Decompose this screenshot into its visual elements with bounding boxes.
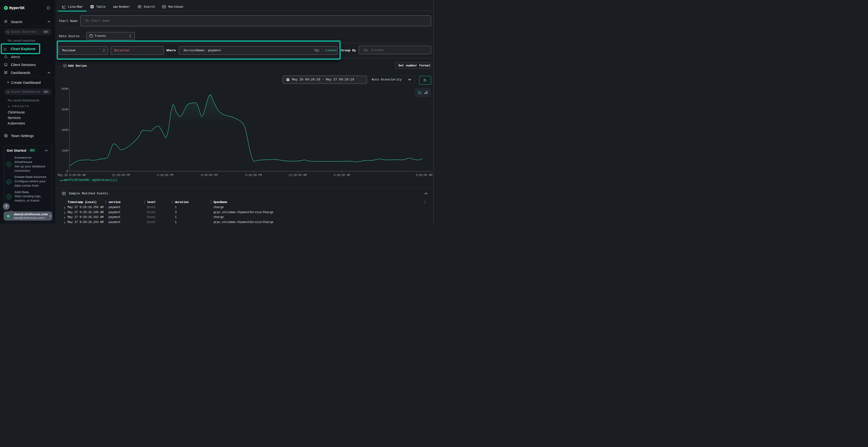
svg-text:3:30:00 PM: 3:30:00 PM — [157, 173, 173, 177]
svg-text:450M: 450M — [61, 108, 68, 111]
svg-text:May 26 9:00:00 AM: May 26 9:00:00 AM — [58, 173, 86, 177]
svg-text:600M: 600M — [61, 87, 68, 91]
svg-text:3:30:00 AM: 3:30:00 AM — [334, 173, 350, 177]
svg-text:150M: 150M — [61, 149, 68, 153]
svg-text:9:30:00 PM: 9:30:00 PM — [245, 173, 261, 177]
svg-text:6:30:00 PM: 6:30:00 PM — [201, 173, 217, 177]
svg-text:12:30:00 PM: 12:30:00 PM — [112, 173, 130, 177]
svg-text:9:00:00 AM: 9:00:00 AM — [416, 173, 432, 177]
svg-text:0: 0 — [66, 170, 68, 173]
svg-text:12:30:00 AM: 12:30:00 AM — [289, 173, 307, 177]
svg-text:300M: 300M — [61, 128, 68, 132]
